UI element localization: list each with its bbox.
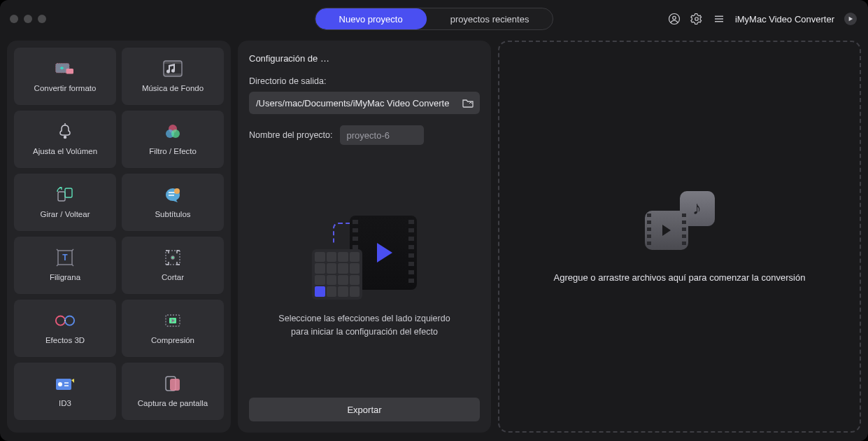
project-name-label: Nombre del proyecto: — [249, 130, 333, 140]
background-music-icon — [162, 60, 183, 77]
tool-filter-effect[interactable]: Filtro / Efecto — [122, 111, 224, 168]
tool-adjust-volume[interactable]: Ajusta el Volúmen — [14, 111, 116, 168]
config-hint-text: Seleccione las efecciones del lado izqui… — [278, 312, 450, 339]
svg-point-24 — [56, 316, 65, 325]
tool-label: Música de Fondo — [142, 84, 204, 92]
export-button[interactable]: Exportar — [249, 398, 480, 421]
subtitles-icon — [162, 186, 183, 203]
svg-point-31 — [58, 382, 62, 386]
tool-label: Efectos 3D — [45, 336, 85, 344]
tool-label: Convertir formato — [34, 84, 97, 92]
volume-icon — [55, 123, 76, 140]
output-dir-label: Directorio de salida: — [249, 76, 480, 86]
output-dir-field[interactable]: /Users/mac/Documents/iMyMac Video Conver… — [249, 92, 480, 114]
tool-rotate-flip[interactable]: Girar / Voltear — [14, 174, 116, 231]
tab-recent-projects[interactable]: proyectos recientes — [427, 8, 553, 29]
tool-label: Ajusta el Volúmen — [33, 147, 97, 155]
app-title: iMyMac Video Converter — [735, 14, 834, 24]
svg-rect-35 — [170, 379, 180, 391]
svg-point-2 — [695, 18, 699, 21]
watermark-icon: T — [55, 249, 76, 266]
drop-zone-illustration: ♪ — [645, 191, 715, 250]
menu-icon[interactable] — [713, 13, 725, 25]
tool-label: Captura de pantalla — [138, 399, 208, 407]
tool-label: Compresión — [151, 336, 194, 344]
tool-background-music[interactable]: Música de Fondo — [122, 48, 224, 105]
tool-compression[interactable]: Compresión — [122, 300, 224, 357]
svg-rect-8 — [66, 69, 74, 74]
minimize-window-button[interactable] — [24, 15, 32, 23]
app-window: Nuevo proyecto proyectos recientes iMyMa… — [0, 0, 868, 441]
svg-rect-11 — [164, 74, 182, 76]
output-dir-value: /Users/mac/Documents/iMyMac Video Conver… — [256, 98, 460, 108]
svg-point-16 — [171, 130, 180, 138]
tool-label: Cortar — [162, 273, 184, 281]
tool-label: Filtro / Efecto — [149, 147, 197, 155]
rotate-flip-icon — [55, 186, 76, 203]
screenshot-icon — [162, 375, 183, 392]
tab-new-project[interactable]: Nuevo proyecto — [315, 8, 427, 29]
tool-trim[interactable]: Cortar — [122, 237, 224, 294]
tool-label: Girar / Voltear — [41, 210, 90, 218]
preview-play-icon[interactable] — [844, 13, 857, 25]
video-file-icon — [645, 211, 688, 250]
svg-text:T: T — [62, 253, 68, 262]
tool-watermark[interactable]: T Filigrana — [14, 237, 116, 294]
tool-label: Subtítulos — [155, 210, 190, 218]
main-content: Convertir formato Música de Fondo Ajusta… — [0, 38, 868, 441]
tools-grid: Convertir formato Música de Fondo Ajusta… — [14, 48, 224, 420]
config-title: Configuración de … — [249, 53, 480, 64]
window-controls — [10, 15, 46, 23]
config-panel: Configuración de … Directorio de salida:… — [238, 41, 491, 433]
svg-rect-10 — [164, 61, 182, 64]
svg-rect-18 — [65, 188, 72, 197]
project-name-input[interactable]: proyecto-6 — [340, 125, 424, 145]
tool-convert-format[interactable]: Convertir formato — [14, 48, 116, 105]
filter-effect-icon — [162, 123, 183, 140]
svg-marker-6 — [849, 17, 853, 21]
svg-point-19 — [174, 188, 180, 194]
account-icon[interactable] — [668, 13, 681, 25]
project-tabs: Nuevo proyecto proyectos recientes — [315, 8, 554, 30]
tool-effects-3d[interactable]: Efectos 3D — [14, 300, 116, 357]
tool-label: ID3 — [59, 399, 71, 407]
effects-3d-icon — [55, 312, 76, 329]
browse-folder-icon[interactable] — [460, 95, 476, 111]
trim-icon — [162, 249, 183, 266]
grid-icon — [312, 249, 362, 300]
titlebar: Nuevo proyecto proyectos recientes iMyMa… — [0, 0, 868, 38]
effect-preview-area: Seleccione las efecciones del lado izqui… — [249, 166, 480, 388]
convert-format-icon — [55, 60, 76, 77]
file-drop-zone[interactable]: ♪ Agregue o arrastre archivos aquí para … — [498, 41, 861, 433]
compression-icon — [162, 312, 183, 329]
id3-icon — [55, 375, 76, 392]
project-name-row: Nombre del proyecto: proyecto-6 — [249, 125, 480, 145]
drop-zone-text: Agregue o arrastre archivos aquí para co… — [554, 272, 806, 283]
maximize-window-button[interactable] — [38, 15, 46, 23]
header-right-controls: iMyMac Video Converter — [668, 13, 857, 25]
tool-id3[interactable]: ID3 — [14, 363, 116, 420]
svg-rect-17 — [58, 192, 65, 201]
settings-icon[interactable] — [690, 13, 703, 25]
preview-illustration — [312, 216, 417, 300]
svg-point-1 — [673, 16, 676, 20]
tool-subtitles[interactable]: Subtítulos — [122, 174, 224, 231]
tools-sidebar: Convertir formato Música de Fondo Ajusta… — [7, 41, 231, 433]
tool-label: Filigrana — [50, 273, 80, 281]
close-window-button[interactable] — [10, 15, 18, 23]
svg-point-12 — [64, 136, 66, 139]
tool-screenshot[interactable]: Captura de pantalla — [122, 363, 224, 420]
svg-point-0 — [669, 14, 679, 24]
svg-point-23 — [171, 256, 174, 259]
svg-point-25 — [65, 316, 74, 325]
